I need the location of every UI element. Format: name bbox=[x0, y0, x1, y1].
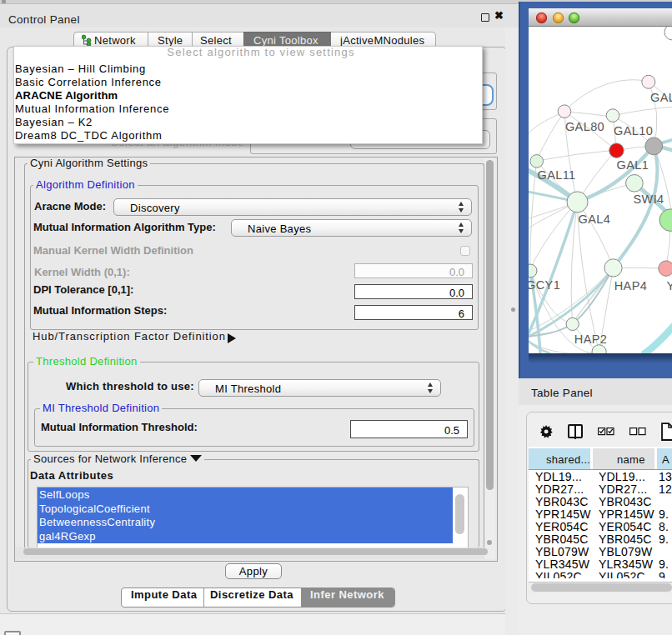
svg-text:Y: Y bbox=[667, 279, 672, 292]
svg-text:GAL1: GAL1 bbox=[616, 158, 649, 172]
svg-text:GAL4: GAL4 bbox=[578, 212, 610, 226]
svg-text:GAL10: GAL10 bbox=[614, 124, 653, 138]
svg-text:GAL7: GAL7 bbox=[650, 91, 672, 104]
svg-text:HAP4: HAP4 bbox=[614, 279, 647, 292]
svg-text:GAL80: GAL80 bbox=[565, 120, 604, 133]
svg-text:SWI4: SWI4 bbox=[633, 192, 664, 206]
svg-text:HAP2: HAP2 bbox=[574, 332, 607, 346]
svg-text:GCY1: GCY1 bbox=[529, 278, 560, 292]
svg-text:GAL11: GAL11 bbox=[537, 168, 575, 182]
